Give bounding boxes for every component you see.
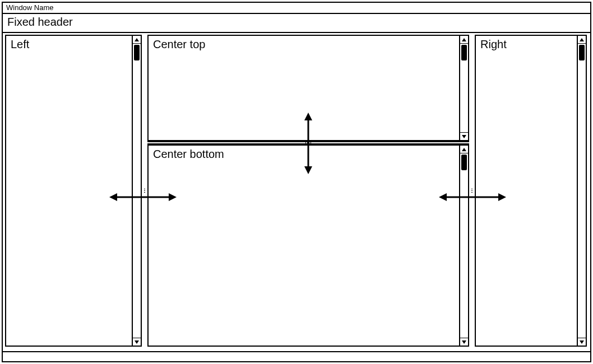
right-splitter[interactable] xyxy=(469,35,475,347)
scroll-down-button[interactable] xyxy=(460,338,468,346)
fixed-header: Fixed header xyxy=(3,14,590,33)
arrow-up-icon xyxy=(461,38,467,42)
center-top-panel: Center top xyxy=(147,35,469,141)
window-titlebar[interactable]: Window Name xyxy=(3,3,590,14)
scroll-up-button[interactable] xyxy=(578,36,586,44)
svg-marker-3 xyxy=(462,135,466,138)
svg-marker-4 xyxy=(462,148,466,151)
arrow-down-icon xyxy=(461,340,467,344)
svg-marker-2 xyxy=(462,38,466,41)
arrow-down-icon xyxy=(134,340,140,344)
arrow-up-icon xyxy=(461,147,467,152)
arrow-up-icon xyxy=(579,38,585,42)
arrow-up-icon xyxy=(134,38,140,42)
scroll-up-button[interactable] xyxy=(460,36,468,44)
center-bottom-scrollbar[interactable] xyxy=(459,146,468,346)
left-panel-label: Left xyxy=(11,38,29,51)
status-bar xyxy=(3,351,590,361)
svg-marker-5 xyxy=(462,340,466,344)
window-title: Window Name xyxy=(6,3,54,12)
center-bottom-label: Center bottom xyxy=(153,148,224,161)
window-frame: Window Name Fixed header Left Center top xyxy=(2,2,591,362)
svg-marker-0 xyxy=(135,38,139,41)
scroll-down-button[interactable] xyxy=(460,132,468,140)
body-area: Left Center top xyxy=(3,33,590,350)
left-splitter[interactable] xyxy=(142,35,147,347)
right-panel-scrollbar[interactable] xyxy=(577,36,586,346)
center-bottom-panel: Center bottom xyxy=(147,144,469,347)
scrollbar-thumb[interactable] xyxy=(461,155,467,170)
header-title: Fixed header xyxy=(7,16,73,28)
scroll-down-button[interactable] xyxy=(133,338,141,346)
scrollbar-thumb[interactable] xyxy=(461,45,467,60)
scroll-down-button[interactable] xyxy=(578,338,586,346)
scrollbar-thumb[interactable] xyxy=(579,45,585,60)
center-top-scrollbar[interactable] xyxy=(459,36,468,140)
right-panel-label: Right xyxy=(480,38,507,51)
left-panel-scrollbar[interactable] xyxy=(132,36,141,346)
scroll-up-button[interactable] xyxy=(133,36,141,44)
svg-marker-6 xyxy=(580,38,584,41)
center-top-label: Center top xyxy=(153,38,205,51)
left-panel: Left xyxy=(5,35,142,347)
scrollbar-thumb[interactable] xyxy=(134,45,140,60)
arrow-down-icon xyxy=(579,340,585,344)
svg-marker-7 xyxy=(580,340,584,344)
arrow-down-icon xyxy=(461,134,467,139)
svg-marker-1 xyxy=(135,340,139,344)
scroll-up-button[interactable] xyxy=(460,146,468,153)
right-panel: Right xyxy=(475,35,587,347)
